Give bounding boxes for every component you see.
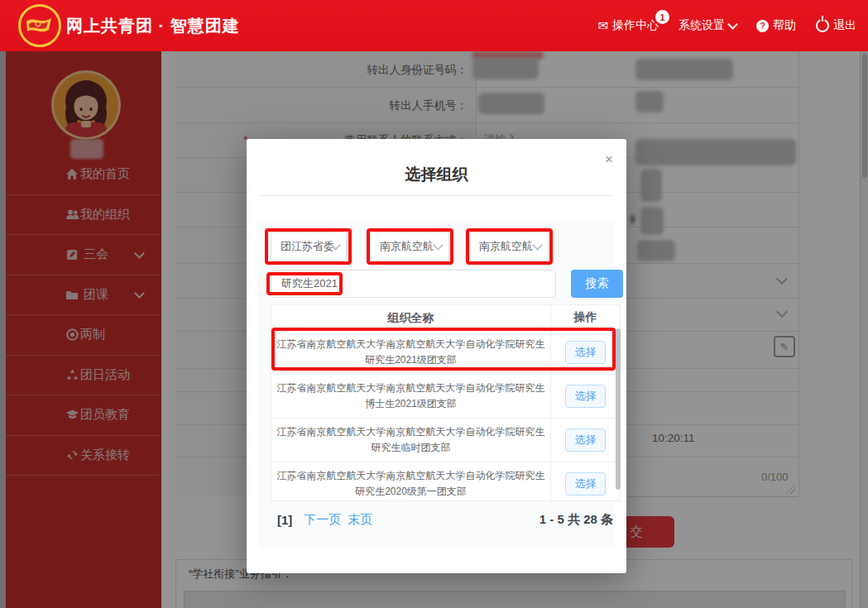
select-row-button[interactable]: 选择	[565, 341, 606, 364]
notification-badge: 1	[655, 10, 669, 24]
select-row-button[interactable]: 选择	[565, 472, 606, 495]
pagination: [1] 下一页 末页	[277, 510, 372, 529]
organization-name: 江苏省南京航空航天大学南京航空航天大学自动化学院研究生研究生临时团支部	[271, 419, 550, 462]
app-title: 网上共青团 · 智慧团建	[66, 0, 240, 51]
search-button[interactable]: 搜索	[571, 270, 623, 298]
column-header-action: 操作	[550, 305, 620, 330]
help-icon: ?	[756, 20, 769, 32]
pagination-next-link[interactable]: 下一页	[304, 512, 341, 528]
pagination-current-page[interactable]: [1]	[277, 513, 292, 527]
league-emblem-logo	[18, 4, 61, 47]
emblem-graphic	[21, 7, 59, 45]
help-label: 帮助	[773, 18, 796, 33]
action-center-menu[interactable]: ✉ 操作中心 1	[597, 18, 659, 33]
header-menu: ✉ 操作中心 1 系统设置 ? 帮助 退出	[597, 0, 856, 51]
pagination-last-link[interactable]: 末页	[348, 512, 372, 528]
select-organization-modal: × 选择组织 团江苏省委 南京航空航 南京航空航 搜索 组织全称 操作 江苏省南	[247, 139, 626, 573]
power-icon	[816, 19, 829, 32]
action-center-label: 操作中心	[612, 18, 659, 33]
organization-name: 江苏省南京航空航天大学南京航空航天大学自动化学院研究生研究生2021级团支部	[271, 331, 550, 374]
table-row: 江苏省南京航空航天大学南京航空航天大学自动化学院研究生研究生2020级第一团支部…	[271, 462, 620, 505]
logout-menu[interactable]: 退出	[816, 18, 856, 33]
table-scrollbar-thumb[interactable]	[616, 328, 621, 490]
pagination-summary: 1 - 5 共 28 条	[540, 510, 613, 529]
college-select[interactable]: 南京航空航	[469, 232, 549, 261]
select-row-button[interactable]: 选择	[565, 428, 606, 452]
envelope-icon: ✉	[597, 18, 608, 33]
settings-label: 系统设置	[679, 18, 725, 33]
modal-title: 选择组织	[247, 164, 626, 185]
help-menu[interactable]: ? 帮助	[756, 18, 796, 33]
chevron-down-icon	[532, 240, 543, 251]
column-header-name: 组织全称	[271, 305, 550, 330]
university-select-value: 南京航空航	[380, 239, 434, 254]
top-header: 网上共青团 · 智慧团建 ✉ 操作中心 1 系统设置 ? 帮助 退出	[0, 0, 868, 51]
chevron-down-icon	[727, 19, 738, 30]
system-settings-menu[interactable]: 系统设置	[679, 18, 736, 33]
logout-label: 退出	[833, 18, 856, 33]
select-row-button[interactable]: 选择	[565, 385, 606, 408]
table-header-row: 组织全称 操作	[271, 305, 620, 331]
organization-table: 组织全称 操作 江苏省南京航空航天大学南京航空航天大学自动化学院研究生研究生20…	[271, 304, 621, 501]
university-select[interactable]: 南京航空航	[370, 232, 449, 261]
college-select-value: 南京航空航	[479, 239, 533, 254]
organization-search-input[interactable]	[271, 270, 556, 298]
table-row: 江苏省南京航空航天大学南京航空航天大学自动化学院研究生研究生临时团支部 选择	[271, 419, 620, 462]
chevron-down-icon	[433, 240, 444, 251]
table-row: 江苏省南京航空航天大学南京航空航天大学自动化学院研究生研究生2021级团支部 选…	[271, 331, 620, 375]
province-select[interactable]: 团江苏省委	[271, 232, 347, 261]
app-window: 网上共青团 · 智慧团建 ✉ 操作中心 1 系统设置 ? 帮助 退出	[0, 0, 868, 608]
table-row: 江苏省南京航空航天大学南京航空航天大学自动化学院研究生博士生2021级团支部 选…	[271, 375, 620, 419]
organization-name: 江苏省南京航空航天大学南京航空航天大学自动化学院研究生研究生2020级第一团支部	[271, 462, 550, 505]
organization-name: 江苏省南京航空航天大学南京航空航天大学自动化学院研究生博士生2021级团支部	[271, 375, 550, 418]
province-select-value: 团江苏省委	[281, 239, 334, 254]
divider	[258, 195, 614, 196]
